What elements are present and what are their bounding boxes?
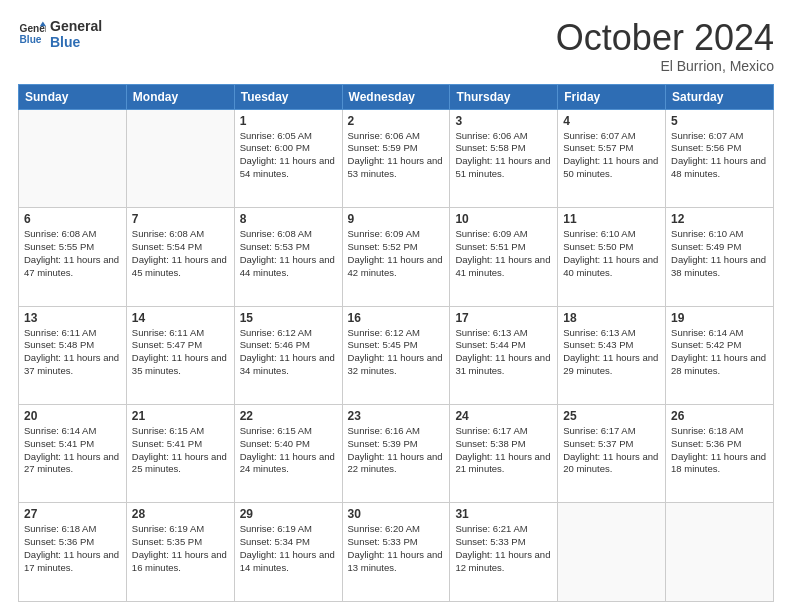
week-row-0: 1Sunrise: 6:05 AMSunset: 6:00 PMDaylight… [19, 109, 774, 207]
title-area: October 2024 El Burrion, Mexico [556, 18, 774, 74]
cell-info: Sunrise: 6:15 AMSunset: 5:40 PMDaylight:… [240, 425, 337, 476]
calendar-cell: 26Sunrise: 6:18 AMSunset: 5:36 PMDayligh… [666, 405, 774, 503]
calendar-cell: 6Sunrise: 6:08 AMSunset: 5:55 PMDaylight… [19, 208, 127, 306]
calendar-cell: 15Sunrise: 6:12 AMSunset: 5:46 PMDayligh… [234, 306, 342, 404]
calendar-cell: 24Sunrise: 6:17 AMSunset: 5:38 PMDayligh… [450, 405, 558, 503]
header: General Blue General Blue October 2024 E… [18, 18, 774, 74]
cell-info: Sunrise: 6:07 AMSunset: 5:57 PMDaylight:… [563, 130, 660, 181]
calendar-cell: 3Sunrise: 6:06 AMSunset: 5:58 PMDaylight… [450, 109, 558, 207]
weekday-header-wednesday: Wednesday [342, 84, 450, 109]
day-number: 26 [671, 409, 768, 423]
cell-info: Sunrise: 6:14 AMSunset: 5:41 PMDaylight:… [24, 425, 121, 476]
calendar-cell: 9Sunrise: 6:09 AMSunset: 5:52 PMDaylight… [342, 208, 450, 306]
weekday-header-sunday: Sunday [19, 84, 127, 109]
calendar-cell: 25Sunrise: 6:17 AMSunset: 5:37 PMDayligh… [558, 405, 666, 503]
day-number: 31 [455, 507, 552, 521]
day-number: 1 [240, 114, 337, 128]
month-title: October 2024 [556, 18, 774, 58]
cell-info: Sunrise: 6:19 AMSunset: 5:34 PMDaylight:… [240, 523, 337, 574]
calendar-cell: 31Sunrise: 6:21 AMSunset: 5:33 PMDayligh… [450, 503, 558, 602]
day-number: 28 [132, 507, 229, 521]
calendar-cell: 19Sunrise: 6:14 AMSunset: 5:42 PMDayligh… [666, 306, 774, 404]
day-number: 25 [563, 409, 660, 423]
calendar-cell: 10Sunrise: 6:09 AMSunset: 5:51 PMDayligh… [450, 208, 558, 306]
calendar-cell: 28Sunrise: 6:19 AMSunset: 5:35 PMDayligh… [126, 503, 234, 602]
day-number: 18 [563, 311, 660, 325]
cell-info: Sunrise: 6:17 AMSunset: 5:37 PMDaylight:… [563, 425, 660, 476]
day-number: 11 [563, 212, 660, 226]
day-number: 6 [24, 212, 121, 226]
svg-text:Blue: Blue [20, 34, 42, 45]
weekday-header-row: SundayMondayTuesdayWednesdayThursdayFrid… [19, 84, 774, 109]
logo-icon: General Blue [18, 20, 46, 48]
cell-info: Sunrise: 6:21 AMSunset: 5:33 PMDaylight:… [455, 523, 552, 574]
cell-info: Sunrise: 6:11 AMSunset: 5:48 PMDaylight:… [24, 327, 121, 378]
day-number: 20 [24, 409, 121, 423]
cell-info: Sunrise: 6:09 AMSunset: 5:51 PMDaylight:… [455, 228, 552, 279]
day-number: 10 [455, 212, 552, 226]
logo: General Blue General Blue [18, 18, 102, 50]
calendar-cell: 1Sunrise: 6:05 AMSunset: 6:00 PMDaylight… [234, 109, 342, 207]
calendar-cell: 16Sunrise: 6:12 AMSunset: 5:45 PMDayligh… [342, 306, 450, 404]
cell-info: Sunrise: 6:12 AMSunset: 5:46 PMDaylight:… [240, 327, 337, 378]
day-number: 23 [348, 409, 445, 423]
cell-info: Sunrise: 6:18 AMSunset: 5:36 PMDaylight:… [24, 523, 121, 574]
calendar-cell: 4Sunrise: 6:07 AMSunset: 5:57 PMDaylight… [558, 109, 666, 207]
calendar-cell: 22Sunrise: 6:15 AMSunset: 5:40 PMDayligh… [234, 405, 342, 503]
day-number: 4 [563, 114, 660, 128]
day-number: 12 [671, 212, 768, 226]
cell-info: Sunrise: 6:09 AMSunset: 5:52 PMDaylight:… [348, 228, 445, 279]
day-number: 15 [240, 311, 337, 325]
day-number: 7 [132, 212, 229, 226]
cell-info: Sunrise: 6:05 AMSunset: 6:00 PMDaylight:… [240, 130, 337, 181]
cell-info: Sunrise: 6:07 AMSunset: 5:56 PMDaylight:… [671, 130, 768, 181]
week-row-2: 13Sunrise: 6:11 AMSunset: 5:48 PMDayligh… [19, 306, 774, 404]
cell-info: Sunrise: 6:17 AMSunset: 5:38 PMDaylight:… [455, 425, 552, 476]
calendar-cell: 29Sunrise: 6:19 AMSunset: 5:34 PMDayligh… [234, 503, 342, 602]
cell-info: Sunrise: 6:06 AMSunset: 5:59 PMDaylight:… [348, 130, 445, 181]
week-row-1: 6Sunrise: 6:08 AMSunset: 5:55 PMDaylight… [19, 208, 774, 306]
calendar-cell [126, 109, 234, 207]
day-number: 2 [348, 114, 445, 128]
cell-info: Sunrise: 6:10 AMSunset: 5:49 PMDaylight:… [671, 228, 768, 279]
day-number: 21 [132, 409, 229, 423]
calendar-cell: 30Sunrise: 6:20 AMSunset: 5:33 PMDayligh… [342, 503, 450, 602]
day-number: 5 [671, 114, 768, 128]
calendar-cell: 5Sunrise: 6:07 AMSunset: 5:56 PMDaylight… [666, 109, 774, 207]
calendar-cell: 11Sunrise: 6:10 AMSunset: 5:50 PMDayligh… [558, 208, 666, 306]
cell-info: Sunrise: 6:08 AMSunset: 5:55 PMDaylight:… [24, 228, 121, 279]
cell-info: Sunrise: 6:19 AMSunset: 5:35 PMDaylight:… [132, 523, 229, 574]
weekday-header-friday: Friday [558, 84, 666, 109]
cell-info: Sunrise: 6:12 AMSunset: 5:45 PMDaylight:… [348, 327, 445, 378]
calendar-cell: 18Sunrise: 6:13 AMSunset: 5:43 PMDayligh… [558, 306, 666, 404]
location: El Burrion, Mexico [556, 58, 774, 74]
calendar-cell: 2Sunrise: 6:06 AMSunset: 5:59 PMDaylight… [342, 109, 450, 207]
calendar-cell: 13Sunrise: 6:11 AMSunset: 5:48 PMDayligh… [19, 306, 127, 404]
day-number: 9 [348, 212, 445, 226]
cell-info: Sunrise: 6:16 AMSunset: 5:39 PMDaylight:… [348, 425, 445, 476]
weekday-header-saturday: Saturday [666, 84, 774, 109]
logo-blue: Blue [50, 34, 102, 50]
calendar-header: SundayMondayTuesdayWednesdayThursdayFrid… [19, 84, 774, 109]
calendar-cell: 20Sunrise: 6:14 AMSunset: 5:41 PMDayligh… [19, 405, 127, 503]
calendar-body: 1Sunrise: 6:05 AMSunset: 6:00 PMDaylight… [19, 109, 774, 601]
weekday-header-monday: Monday [126, 84, 234, 109]
calendar-cell: 21Sunrise: 6:15 AMSunset: 5:41 PMDayligh… [126, 405, 234, 503]
calendar-cell: 7Sunrise: 6:08 AMSunset: 5:54 PMDaylight… [126, 208, 234, 306]
day-number: 27 [24, 507, 121, 521]
cell-info: Sunrise: 6:13 AMSunset: 5:43 PMDaylight:… [563, 327, 660, 378]
cell-info: Sunrise: 6:10 AMSunset: 5:50 PMDaylight:… [563, 228, 660, 279]
day-number: 22 [240, 409, 337, 423]
calendar-cell: 27Sunrise: 6:18 AMSunset: 5:36 PMDayligh… [19, 503, 127, 602]
calendar-cell: 14Sunrise: 6:11 AMSunset: 5:47 PMDayligh… [126, 306, 234, 404]
logo-general: General [50, 18, 102, 34]
calendar-cell: 12Sunrise: 6:10 AMSunset: 5:49 PMDayligh… [666, 208, 774, 306]
day-number: 24 [455, 409, 552, 423]
cell-info: Sunrise: 6:18 AMSunset: 5:36 PMDaylight:… [671, 425, 768, 476]
day-number: 29 [240, 507, 337, 521]
calendar-cell [666, 503, 774, 602]
calendar: SundayMondayTuesdayWednesdayThursdayFrid… [18, 84, 774, 602]
cell-info: Sunrise: 6:08 AMSunset: 5:53 PMDaylight:… [240, 228, 337, 279]
cell-info: Sunrise: 6:06 AMSunset: 5:58 PMDaylight:… [455, 130, 552, 181]
day-number: 30 [348, 507, 445, 521]
